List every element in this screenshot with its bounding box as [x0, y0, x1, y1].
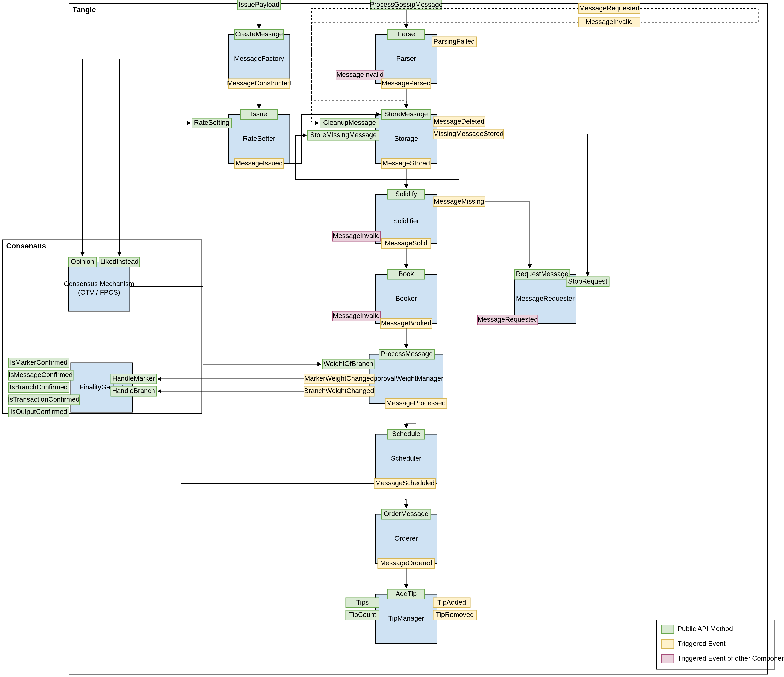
message-issued-label: MessageIssued	[235, 159, 283, 167]
message-requester-box: MessageRequester RequestMessage StopRequ…	[478, 269, 609, 325]
store-missing-label: StoreMissingMessage	[310, 131, 377, 138]
legend-evt-swatch	[661, 640, 674, 648]
diagram-canvas: Tangle Consensus Public API Method Trigg…	[0, 0, 784, 677]
requester-requested-label: MessageRequested	[478, 315, 538, 323]
corner-invalid-label: MessageInvalid	[586, 18, 633, 25]
booker-title: Booker	[395, 295, 417, 302]
solidify-label: Solidify	[395, 190, 417, 198]
finality-gadget-box: FinalityGadget HandleMarker HandleBranch…	[8, 358, 156, 417]
is-message-confirmed-label: IsMessageConfirmed	[9, 371, 73, 379]
tangle-frame	[69, 4, 767, 674]
solidifier-title: Solidifier	[393, 217, 419, 225]
legend-api-swatch	[661, 625, 674, 634]
opinion-label: Opinion	[71, 258, 94, 265]
is-branch-confirmed-label: IsBranchConfirmed	[10, 383, 68, 391]
booker-box: Booker Book MessageInvalid MessageBooked	[332, 269, 437, 328]
legend-evx-swatch	[661, 654, 674, 663]
issue-payload-label: IssuePayload	[239, 1, 279, 8]
is-output-confirmed-label: IsOutputConfirmed	[11, 408, 67, 415]
edges	[82, 10, 588, 588]
message-factory-title: MessageFactory	[234, 55, 284, 62]
consensus-mechanism-box: Consensus Mechanism (OTV / FPCS) Opinion…	[64, 257, 140, 311]
handle-marker-label: HandleMarker	[112, 374, 155, 382]
consensus-title: Consensus	[6, 242, 46, 250]
rate-setting-label: RateSetting	[194, 119, 229, 126]
stop-request-label: StopRequest	[568, 277, 607, 285]
storage-box: Storage StoreMessage CleanupMessage Stor…	[308, 109, 504, 169]
weight-of-branch-label: WeightOfBranch	[324, 360, 373, 367]
message-booked-label: MessageBooked	[381, 319, 431, 327]
storage-title: Storage	[394, 135, 418, 142]
tip-manager-title: TipManager	[388, 615, 424, 622]
add-tip-label: AddTip	[395, 590, 417, 598]
tip-added-label: TipAdded	[437, 598, 466, 606]
create-message-label: CreateMessage	[235, 30, 283, 38]
consensus-mech-title2: (OTV / FPCS)	[78, 289, 120, 296]
parser-box: Parser Parse ParsingFailed MessageInvali…	[336, 30, 476, 89]
orderer-box: Orderer OrderMessage MessageOrdered	[375, 509, 437, 568]
branch-weight-changed-label: BranchWeightChanged	[304, 387, 374, 394]
handle-branch-label: HandleBranch	[112, 387, 155, 394]
process-gossip-label: ProcessGossipMessage	[370, 1, 443, 8]
message-parsed-label: MessageParsed	[382, 79, 431, 87]
solidifier-box: Solidifier Solidify MessageMissing Messa…	[332, 189, 485, 248]
is-transaction-confirmed-label: IsTransactionConfirmed	[8, 396, 79, 403]
message-constructed-label: MessageConstructed	[227, 79, 291, 87]
legend-evx-label: Triggered Event of other Component	[678, 654, 784, 662]
scheduler-title: Scheduler	[391, 455, 422, 462]
tip-count-label: TipCount	[349, 611, 376, 618]
tangle-title: Tangle	[73, 6, 96, 14]
book-label: Book	[398, 270, 414, 278]
legend-evt-label: Triggered Event	[678, 640, 725, 647]
message-processed-label: MessageProcessed	[386, 399, 446, 407]
solidifier-invalid-label: MessageInvalid	[333, 232, 380, 239]
orderer-title: Orderer	[395, 534, 418, 542]
legend: Public API Method Triggered Event Trigge…	[656, 620, 784, 669]
message-requester-title: MessageRequester	[516, 295, 574, 302]
message-stored-label: MessageStored	[383, 159, 430, 167]
store-message-label: StoreMessage	[384, 110, 428, 118]
is-marker-confirmed-label: IsMarkerConfirmed	[10, 359, 68, 366]
message-ordered-label: MessageOrdered	[380, 559, 432, 567]
liked-instead-label: LikedInstead	[100, 258, 138, 265]
legend-api-label: Public API Method	[678, 625, 733, 632]
awm-title: ApprovalWeightManager	[369, 374, 443, 382]
missing-message-stored-label: MissingMessageStored	[433, 130, 504, 137]
message-factory-box: MessageFactory CreateMessage MessageCons…	[227, 30, 291, 89]
parse-label: Parse	[397, 30, 415, 38]
booker-invalid-label: MessageInvalid	[333, 312, 380, 320]
message-solid-label: MessageSolid	[385, 239, 427, 247]
rate-setter-box: RateSetter Issue RateSetting MessageIssu…	[192, 109, 290, 169]
tips-label: Tips	[356, 598, 369, 606]
parser-invalid-label: MessageInvalid	[336, 71, 383, 78]
message-deleted-label: MessageDeleted	[434, 118, 484, 125]
order-message-label: OrderMessage	[384, 510, 428, 517]
corner-requested-label: MessageRequested	[579, 4, 639, 12]
issue-label: Issue	[251, 110, 267, 118]
schedule-label: Schedule	[392, 430, 420, 438]
tip-removed-label: TipRemoved	[436, 611, 474, 618]
message-scheduled-label: MessageScheduled	[375, 479, 435, 487]
tip-manager-box: TipManager AddTip Tips TipCount TipAdded…	[346, 589, 476, 643]
consensus-mech-title1: Consensus Mechanism	[64, 280, 134, 287]
rate-setter-title: RateSetter	[243, 135, 275, 142]
parser-title: Parser	[396, 55, 416, 62]
parsing-failed-label: ParsingFailed	[434, 37, 475, 45]
cleanup-message-label: CleanupMessage	[323, 119, 376, 126]
approval-weight-manager-box: ApprovalWeightManager ProcessMessage Wei…	[304, 349, 447, 408]
marker-weight-changed-label: MarkerWeightChanged	[305, 374, 374, 382]
process-message-label: ProcessMessage	[381, 350, 432, 357]
scheduler-box: Scheduler Schedule MessageScheduled	[374, 429, 437, 488]
message-missing-label: MessageMissing	[434, 197, 484, 205]
request-message-label: RequestMessage	[516, 270, 569, 278]
